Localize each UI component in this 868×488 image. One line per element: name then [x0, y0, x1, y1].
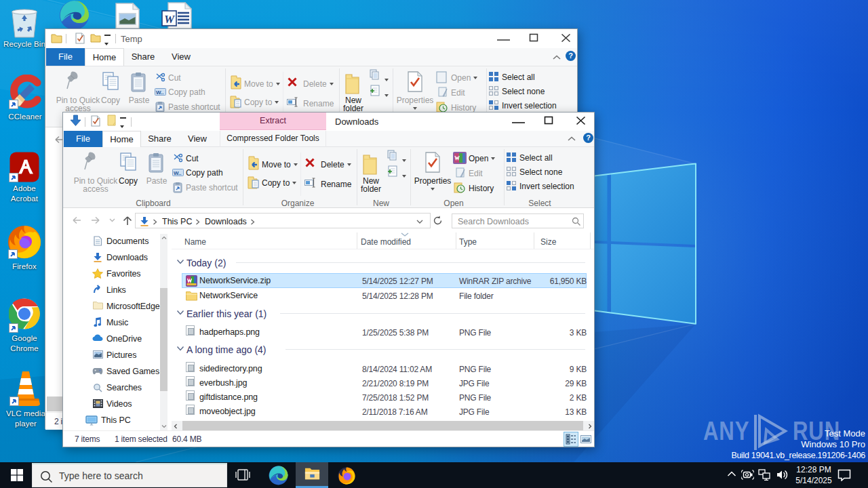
svg-text:W: W [164, 13, 176, 26]
svg-text:W..: W.. [156, 89, 164, 96]
svg-text:W..: W.. [174, 170, 182, 176]
